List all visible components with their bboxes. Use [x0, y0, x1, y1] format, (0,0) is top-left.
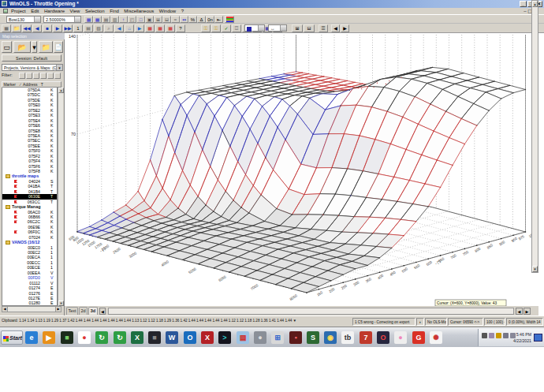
- svg-text:Cursor: (X=600, Y=8000), Value: Cursor: (X=600, Y=8000), Value: 43: [437, 301, 497, 305]
- svg-text:8000: 8000: [289, 293, 299, 301]
- svg-text:975: 975: [518, 234, 526, 241]
- svg-text:3000: 3000: [129, 251, 138, 259]
- svg-text:800: 800: [474, 246, 482, 253]
- svg-text:950: 950: [511, 237, 519, 244]
- svg-text:150: 150: [316, 290, 324, 297]
- svg-text:140: 140: [69, 34, 76, 39]
- svg-text:4000: 4000: [161, 259, 170, 267]
- svg-text:600: 600: [426, 260, 434, 267]
- svg-text:450: 450: [389, 270, 397, 277]
- svg-text:400: 400: [377, 274, 385, 281]
- svg-text:500: 500: [401, 267, 409, 274]
- svg-text:2500: 2500: [112, 247, 121, 255]
- svg-text:700: 700: [450, 253, 458, 260]
- svg-text:200: 200: [328, 287, 336, 294]
- svg-text:7000: 7000: [250, 283, 259, 291]
- svg-text:550: 550: [413, 263, 421, 271]
- svg-text:750: 750: [462, 250, 470, 257]
- svg-text:350: 350: [365, 277, 373, 284]
- svg-text:250: 250: [341, 284, 348, 291]
- svg-text:850: 850: [486, 243, 494, 250]
- svg-text:70: 70: [71, 132, 76, 136]
- svg-text:900: 900: [498, 240, 506, 247]
- svg-text:6000: 6000: [218, 274, 227, 282]
- svg-text:5000: 5000: [188, 267, 197, 274]
- svg-text:300: 300: [352, 280, 360, 287]
